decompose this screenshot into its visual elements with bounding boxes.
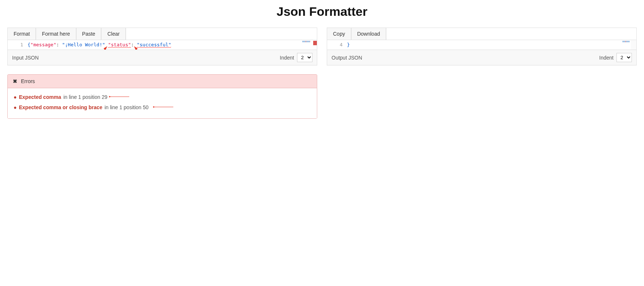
- errors-title: Errors: [21, 78, 35, 84]
- input-label: Input JSON: [12, 55, 39, 61]
- output-panel: Copy Download 4 } Output JSON Indent 2: [327, 28, 637, 65]
- annotation-arrow: [109, 95, 131, 99]
- colon-token: :: [131, 42, 137, 47]
- key-token-error: "status": [108, 42, 131, 48]
- colon-token: :: [56, 42, 62, 47]
- format-button[interactable]: Format: [8, 28, 36, 40]
- error-message: Expected comma or closing brace: [19, 104, 102, 110]
- paste-button[interactable]: Paste: [76, 28, 102, 40]
- string-token-error: "successful": [137, 42, 171, 48]
- minimap-error-marker: [313, 41, 317, 45]
- error-item[interactable]: ● Expected comma or closing brace in lin…: [14, 102, 311, 112]
- key-token: "message": [30, 42, 56, 47]
- line-number: 1: [9, 42, 23, 48]
- copy-button[interactable]: Copy: [327, 28, 351, 40]
- output-editor[interactable]: 4 }: [327, 40, 636, 50]
- error-location: in line 1 position 50: [105, 104, 149, 110]
- input-panel: Format Format here Paste Clear 1 {"messa…: [7, 28, 317, 65]
- error-location: in line 1 position 29: [64, 94, 108, 100]
- bullet-icon: ●: [14, 104, 17, 110]
- minimap-overview: [302, 41, 313, 42]
- error-item[interactable]: ● Expected comma in line 1 position 29: [14, 92, 311, 102]
- format-here-button[interactable]: Format here: [36, 28, 76, 40]
- space-token: [105, 42, 108, 47]
- errors-header: ✖ Errors: [8, 75, 317, 88]
- input-gutter: 1: [8, 40, 26, 50]
- error-message: Expected comma: [19, 94, 61, 100]
- output-indent-select[interactable]: 2: [616, 53, 632, 62]
- output-code[interactable]: }: [345, 40, 636, 50]
- clear-button[interactable]: Clear: [101, 28, 126, 40]
- indent-label: Indent: [280, 55, 294, 61]
- line-number: 4: [329, 42, 343, 48]
- indent-group: Indent 2: [280, 53, 312, 62]
- errors-panel: ✖ Errors ● Expected comma in line 1 posi…: [7, 74, 317, 119]
- input-code[interactable]: {"message": "¡Hello World!" "status": "s…: [26, 40, 317, 50]
- output-toolbar: Copy Download: [327, 28, 636, 40]
- scrollbar[interactable]: [631, 40, 636, 50]
- input-editor[interactable]: 1 {"message": "¡Hello World!" "status": …: [8, 40, 317, 50]
- output-gutter: 4: [327, 40, 345, 50]
- input-footer: Input JSON Indent 2: [8, 50, 317, 65]
- page-title: Json Formatter: [0, 0, 644, 28]
- close-brace-token: }: [347, 42, 350, 47]
- indent-group: Indent 2: [599, 53, 632, 62]
- input-indent-select[interactable]: 2: [297, 53, 312, 62]
- string-token: "¡Hello World!": [62, 42, 105, 47]
- input-toolbar: Format Format here Paste Clear: [8, 28, 317, 40]
- output-label: Output JSON: [332, 55, 362, 61]
- panels-container: Format Format here Paste Clear 1 {"messa…: [0, 28, 644, 65]
- indent-label: Indent: [599, 55, 614, 61]
- annotation-arrow: [153, 105, 175, 109]
- close-icon[interactable]: ✖: [13, 78, 17, 84]
- open-brace-token: {: [28, 42, 30, 47]
- bullet-icon: ●: [14, 94, 17, 100]
- errors-body: ● Expected comma in line 1 position 29 ●…: [8, 88, 317, 118]
- download-button[interactable]: Download: [351, 28, 386, 40]
- output-footer: Output JSON Indent 2: [327, 50, 636, 65]
